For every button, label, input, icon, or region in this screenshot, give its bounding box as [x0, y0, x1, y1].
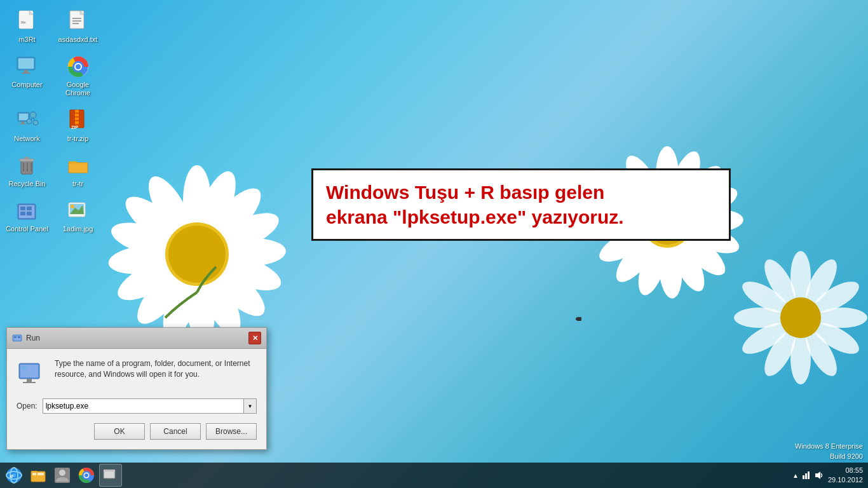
taskbar-clock[interactable]: 08:55 29.10.2012 — [828, 466, 863, 485]
icon-recycle-bin[interactable]: Recycle Bin — [3, 151, 51, 191]
icon-asdasdxd[interactable]: asdasdxd.txt — [54, 6, 102, 46]
run-browse-button[interactable]: Browse... — [206, 423, 257, 440]
svg-point-2 — [200, 180, 269, 250]
svg-point-72 — [33, 120, 38, 125]
taskbar-icon-chrome[interactable] — [75, 464, 98, 487]
icon-network[interactable]: Network — [3, 105, 51, 146]
svg-point-40 — [810, 317, 864, 360]
icon-computer[interactable]: Computer — [3, 51, 51, 100]
svg-rect-84 — [24, 157, 29, 159]
svg-text:e: e — [10, 473, 13, 479]
tray-volume-icon — [814, 470, 824, 480]
run-close-button[interactable]: ✕ — [248, 332, 261, 344]
svg-rect-105 — [23, 382, 36, 383]
svg-point-13 — [107, 216, 182, 262]
tray-expand[interactable]: ▲ — [792, 472, 799, 479]
svg-point-16 — [165, 222, 229, 286]
run-dialog: Run ✕ Type the name of a program, folder… — [6, 327, 267, 450]
icon-control-panel[interactable]: Control Panel — [3, 196, 51, 236]
svg-point-4 — [215, 237, 286, 268]
run-buttons: OK Cancel Browse... — [17, 423, 257, 440]
taskbar-icon-run[interactable] — [99, 464, 122, 487]
svg-rect-59 — [24, 70, 28, 72]
svg-point-36 — [790, 251, 811, 302]
svg-point-11 — [112, 251, 187, 308]
run-title-icon — [12, 333, 22, 343]
run-dialog-body: Type the name of a program, folder, docu… — [7, 349, 266, 449]
svg-rect-90 — [20, 207, 25, 210]
svg-point-15 — [140, 170, 200, 245]
run-input-wrapper: ▼ — [43, 398, 257, 414]
svg-point-42 — [790, 334, 811, 384]
svg-point-6 — [202, 257, 273, 324]
svg-point-43 — [759, 327, 802, 381]
svg-rect-113 — [32, 473, 36, 475]
icon-m3rt[interactable]: file m3Rt — [3, 6, 51, 46]
svg-point-48 — [780, 297, 821, 338]
taskbar-sys-icons: ▲ — [792, 470, 824, 480]
run-ok-button[interactable]: OK — [94, 423, 145, 440]
run-cancel-button[interactable]: Cancel — [150, 423, 201, 440]
run-dropdown-arrow[interactable]: ▼ — [244, 398, 257, 414]
icon-google-chrome[interactable]: Google Chrome — [54, 51, 102, 100]
svg-marker-127 — [815, 471, 820, 479]
run-open-label: Open: — [17, 402, 37, 410]
svg-point-17 — [168, 226, 226, 283]
svg-point-37 — [800, 255, 843, 309]
svg-rect-126 — [808, 471, 810, 479]
taskbar-icon-explorer[interactable] — [27, 464, 50, 487]
svg-point-45 — [734, 308, 785, 328]
run-title-bar: Run ✕ — [7, 328, 266, 349]
svg-rect-124 — [803, 475, 804, 479]
svg-point-10 — [129, 260, 195, 332]
svg-rect-123 — [104, 470, 115, 471]
run-open-row: Open: ▼ — [17, 398, 257, 414]
svg-rect-114 — [37, 473, 44, 475]
svg-rect-101 — [18, 336, 20, 338]
svg-point-3 — [208, 205, 283, 259]
cursor — [578, 317, 581, 321]
svg-rect-58 — [18, 58, 34, 69]
svg-rect-67 — [19, 114, 28, 120]
svg-text:file: file — [21, 20, 26, 24]
taskbar-icon-ie[interactable]: e — [3, 464, 25, 487]
windows-version: Windows 8 Enterprise Build 9200 — [795, 442, 863, 461]
svg-point-1 — [191, 166, 243, 241]
svg-point-41 — [800, 327, 843, 381]
svg-rect-106 — [22, 366, 27, 370]
svg-rect-80 — [75, 121, 79, 124]
svg-rect-91 — [27, 207, 32, 210]
svg-rect-77 — [75, 110, 79, 112]
svg-rect-79 — [75, 118, 79, 120]
svg-rect-78 — [75, 114, 79, 116]
svg-point-116 — [59, 470, 65, 476]
annotation-box: Windows Tuşu + R basıp gelen ekrana "lpk… — [311, 168, 731, 241]
svg-point-97 — [71, 205, 74, 208]
run-dialog-title: Run — [26, 334, 40, 342]
svg-point-5 — [210, 248, 285, 298]
taskbar-right: ▲ 08:55 29.10.2012 — [792, 466, 868, 485]
svg-rect-92 — [20, 212, 25, 215]
svg-point-0 — [183, 165, 211, 235]
run-header-icon — [17, 358, 47, 389]
svg-point-65 — [76, 64, 81, 69]
annotation-text: Windows Tuşu + R basıp gelen ekrana "lpk… — [326, 180, 716, 229]
run-open-input[interactable] — [43, 398, 244, 414]
svg-point-120 — [85, 473, 88, 477]
svg-rect-100 — [14, 336, 17, 338]
svg-point-14 — [118, 188, 191, 253]
svg-rect-68 — [22, 121, 24, 123]
svg-point-27 — [633, 237, 672, 299]
desktop: file m3Rt asdasdxd.txt — [0, 0, 868, 488]
svg-rect-60 — [22, 72, 31, 74]
desktop-icons: file m3Rt asdasdxd.txt — [3, 6, 102, 236]
taskbar-left: e — [0, 464, 122, 487]
icon-1adim[interactable]: 1adim.jpg — [54, 196, 102, 236]
svg-point-25 — [665, 234, 711, 296]
icon-tr-tr[interactable]: tr-tr — [54, 151, 102, 191]
icon-tr-tr-zip[interactable]: ZIP tr-tr.zip — [54, 105, 102, 146]
svg-rect-125 — [805, 473, 807, 479]
run-description: Type the name of a program, folder, docu… — [55, 358, 257, 380]
svg-point-47 — [759, 255, 802, 309]
taskbar-icon-user[interactable] — [51, 464, 74, 487]
